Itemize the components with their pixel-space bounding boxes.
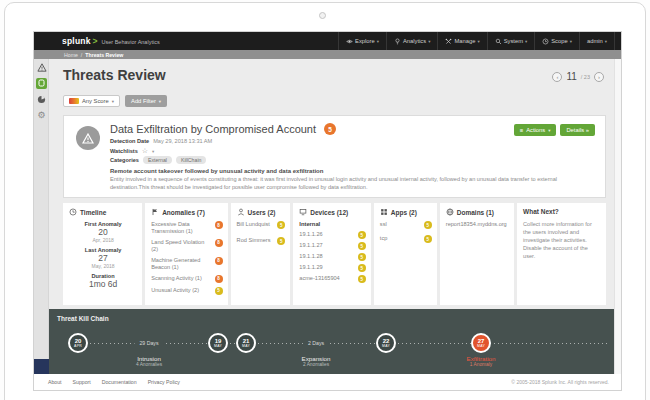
- score-badge: 5: [358, 275, 366, 283]
- nav-explore[interactable]: Explore▾: [338, 32, 386, 50]
- detection-date-value: May 29, 2018 13:31 AM: [153, 138, 212, 144]
- next-threat-button[interactable]: ›: [594, 72, 604, 82]
- scrollbar-track[interactable]: [614, 59, 621, 374]
- pie-chart-icon: [37, 95, 46, 104]
- user-item[interactable]: Rod Simmers5: [237, 237, 286, 245]
- nav-admin[interactable]: admin▾: [579, 32, 615, 50]
- app-window: splunk> User Behavior Analytics Explore▾…: [33, 31, 622, 391]
- chevron-down-icon: ▾: [477, 39, 479, 44]
- device-group-label: Internal: [299, 221, 366, 227]
- panel-title: Apps (2): [391, 209, 417, 216]
- anomaly-item[interactable]: Unusual Activity (2)5: [151, 287, 222, 295]
- logo-chevron: >: [93, 36, 98, 46]
- panel-title: Domains (1): [457, 209, 494, 216]
- anomaly-item[interactable]: Machine Generated Beacon (1)8: [151, 257, 222, 271]
- segment-duration: 29 Days: [134, 340, 163, 346]
- device-item[interactable]: 19.1.1.275: [299, 242, 366, 250]
- page-title: Threats Review: [63, 67, 166, 83]
- user-item[interactable]: Bill Lundquist5: [237, 221, 286, 229]
- threat-description: Entity involved in a sequence of events …: [110, 176, 591, 191]
- prev-threat-button[interactable]: ‹: [552, 72, 562, 82]
- nav-system[interactable]: System▾: [487, 32, 535, 50]
- domains-panel: Domains (1) report18354.myddns.org: [440, 203, 514, 305]
- device-item[interactable]: 19.1.1.265: [299, 231, 366, 239]
- panel-title: Timeline: [80, 209, 106, 216]
- chevron-down-icon: ▾: [159, 99, 161, 104]
- warning-triangle-icon: [37, 63, 47, 72]
- kill-chain-node: 20 APR: [68, 333, 88, 353]
- threat-pagination: ‹ 11 / 23 ›: [552, 71, 604, 82]
- sidebar-item-alerts[interactable]: [34, 59, 49, 75]
- domain-item[interactable]: report18354.myddns.org: [446, 221, 509, 228]
- score-badge: 8: [215, 221, 223, 229]
- add-filter-button[interactable]: Add Filter ▾: [125, 95, 167, 107]
- phase-exfiltration: Exfiltration 1 Anomaly: [467, 355, 496, 367]
- splunk-logo: splunk> User Behavior Analytics: [62, 36, 160, 46]
- timeline-entry: Duration 1mo 6d: [69, 273, 137, 289]
- anomaly-item[interactable]: Excessive Data Transmission (1)8: [151, 221, 222, 235]
- details-label: Details »: [566, 127, 589, 133]
- score-badge: 8: [215, 257, 223, 265]
- app-item[interactable]: tcp5: [380, 235, 432, 243]
- user-icon: [237, 208, 245, 216]
- footer-link-documentation[interactable]: Documentation: [102, 379, 137, 385]
- category-tag[interactable]: External: [143, 156, 172, 164]
- score-badge: 5: [358, 264, 366, 272]
- detection-date-label: Detection Date: [110, 138, 149, 144]
- nav-label: Manage: [454, 38, 475, 44]
- apps-grid-icon: [380, 208, 388, 216]
- footer-link-support[interactable]: Support: [73, 379, 91, 385]
- score-badge: 5: [277, 237, 285, 245]
- nav-label: System: [504, 38, 523, 44]
- device-item[interactable]: acme-131659045: [299, 275, 366, 283]
- actions-button[interactable]: ≡Actions▾: [514, 124, 557, 136]
- kill-chain-node-exfiltration: 27 MAY: [471, 333, 491, 353]
- score-filter-dropdown[interactable]: Any Score ▾: [63, 95, 120, 107]
- chevron-down-icon: ▾: [548, 128, 550, 133]
- nav-manage[interactable]: Manage▾: [437, 32, 486, 50]
- sidebar-item-settings[interactable]: ⚙: [34, 107, 49, 123]
- phase-expansion: Expansion 2 Anomalies: [302, 355, 331, 367]
- score-filter-label: Any Score: [82, 98, 109, 104]
- sidebar-item-threats[interactable]: [34, 75, 49, 91]
- nav-scope[interactable]: Scope▾: [534, 32, 579, 50]
- breadcrumb-home[interactable]: Home: [64, 52, 78, 58]
- tools-icon: [445, 38, 452, 45]
- chevron-down-icon: ▾: [605, 39, 607, 44]
- watchlist-star-icon[interactable]: ☆: [142, 147, 148, 155]
- footer-link-privacy[interactable]: Privacy Policy: [148, 379, 180, 385]
- category-tag[interactable]: KillChain: [176, 156, 206, 164]
- sidebar-bottom-block: [34, 359, 49, 374]
- devices-panel: Devices (12) Internal 19.1.1.265 19.1.1.…: [293, 203, 371, 305]
- top-nav-bar: splunk> User Behavior Analytics Explore▾…: [34, 32, 621, 50]
- timeline-entry: Last Anomaly 27 May, 2018: [69, 247, 137, 269]
- details-button[interactable]: Details »: [560, 124, 595, 136]
- kill-chain-node: 19 MAY: [208, 333, 228, 353]
- apps-panel: Apps (2) ssl5 tcp5: [374, 203, 437, 305]
- device-item[interactable]: 19.1.1.285: [299, 253, 366, 261]
- nav-analytics[interactable]: Analytics▾: [386, 32, 437, 50]
- eye-icon: [346, 38, 353, 45]
- score-badge: 5: [424, 235, 432, 243]
- score-badge: 5: [358, 242, 366, 250]
- footer-link-about[interactable]: About: [48, 379, 62, 385]
- device-item[interactable]: 19.1.1.295: [299, 264, 366, 272]
- clock-icon: [69, 208, 77, 216]
- panel-title: What Next?: [523, 208, 601, 215]
- bulb-icon: [394, 38, 401, 45]
- kill-chain-node: 22 MAY: [376, 333, 396, 353]
- threat-avatar: [76, 126, 100, 150]
- breadcrumb-current: Threats Review: [85, 52, 123, 58]
- nav-label: Explore: [355, 38, 375, 44]
- anomaly-item[interactable]: Scanning Activity (1)8: [151, 275, 222, 283]
- panel-title: Anomalies (7): [162, 209, 205, 216]
- kill-chain-title: Threat Kill Chain: [57, 315, 109, 322]
- sidebar-item-analytics[interactable]: [34, 91, 49, 107]
- main-content: Threats Review ‹ 11 / 23 › Any Score ▾ A…: [49, 59, 614, 309]
- chevron-down-icon: ▾: [525, 39, 527, 44]
- nav-label: Analytics: [403, 38, 426, 44]
- timeline-entry: First Anomaly 20 Apr, 2018: [69, 221, 137, 243]
- anomaly-item[interactable]: Land Speed Violation (2)8: [151, 239, 222, 253]
- flag-icon: [151, 208, 159, 216]
- app-item[interactable]: ssl5: [380, 221, 432, 229]
